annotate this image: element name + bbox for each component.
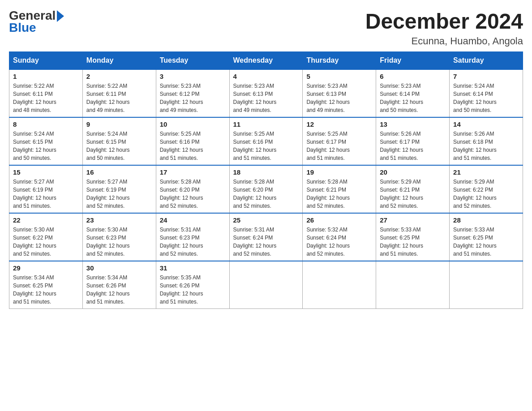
month-year-title: December 2024: [365, 9, 523, 34]
calendar-cell: [303, 261, 376, 309]
day-info: Sunrise: 5:32 AMSunset: 6:24 PMDaylight:…: [306, 226, 372, 258]
day-info: Sunrise: 5:23 AMSunset: 6:12 PMDaylight:…: [160, 82, 226, 114]
calendar-cell: 25 Sunrise: 5:31 AMSunset: 6:24 PMDaylig…: [229, 213, 303, 261]
calendar-cell: [376, 261, 450, 309]
day-info: Sunrise: 5:25 AMSunset: 6:17 PMDaylight:…: [306, 130, 372, 162]
day-info: Sunrise: 5:34 AMSunset: 6:26 PMDaylight:…: [86, 274, 152, 306]
calendar-cell: 13 Sunrise: 5:26 AMSunset: 6:17 PMDaylig…: [376, 117, 450, 165]
day-number: 19: [306, 168, 372, 176]
calendar-cell: 6 Sunrise: 5:23 AMSunset: 6:14 PMDayligh…: [376, 69, 450, 117]
day-number: 15: [13, 168, 79, 176]
day-info: Sunrise: 5:23 AMSunset: 6:13 PMDaylight:…: [306, 82, 372, 114]
day-number: 16: [86, 168, 152, 176]
day-info: Sunrise: 5:29 AMSunset: 6:21 PMDaylight:…: [380, 178, 446, 210]
day-info: Sunrise: 5:24 AMSunset: 6:15 PMDaylight:…: [13, 130, 79, 162]
day-info: Sunrise: 5:33 AMSunset: 6:25 PMDaylight:…: [380, 226, 446, 258]
day-number: 13: [380, 120, 446, 128]
calendar-cell: 8 Sunrise: 5:24 AMSunset: 6:15 PMDayligh…: [9, 117, 83, 165]
calendar-cell: 24 Sunrise: 5:31 AMSunset: 6:23 PMDaylig…: [156, 213, 229, 261]
location-subtitle: Ecunna, Huambo, Angola: [365, 35, 523, 47]
header-wednesday: Wednesday: [229, 52, 303, 70]
header-saturday: Saturday: [450, 52, 523, 70]
day-info: Sunrise: 5:26 AMSunset: 6:18 PMDaylight:…: [453, 130, 519, 162]
day-info: Sunrise: 5:33 AMSunset: 6:25 PMDaylight:…: [453, 226, 519, 258]
day-number: 1: [13, 73, 79, 80]
header-sunday: Sunday: [9, 52, 83, 70]
day-number: 22: [13, 216, 79, 224]
calendar-cell: 18 Sunrise: 5:28 AMSunset: 6:20 PMDaylig…: [229, 165, 303, 213]
day-number: 27: [380, 216, 446, 224]
logo-triangle-icon: [57, 10, 64, 22]
calendar-cell: 7 Sunrise: 5:24 AMSunset: 6:14 PMDayligh…: [450, 69, 523, 117]
calendar-cell: 10 Sunrise: 5:25 AMSunset: 6:16 PMDaylig…: [156, 117, 229, 165]
day-info: Sunrise: 5:24 AMSunset: 6:14 PMDaylight:…: [453, 82, 519, 114]
calendar-table: SundayMondayTuesdayWednesdayThursdayFrid…: [9, 51, 523, 309]
logo-blue-text: Blue: [9, 21, 64, 35]
calendar-cell: 5 Sunrise: 5:23 AMSunset: 6:13 PMDayligh…: [303, 69, 376, 117]
calendar-cell: 23 Sunrise: 5:30 AMSunset: 6:23 PMDaylig…: [82, 213, 156, 261]
calendar-cell: 27 Sunrise: 5:33 AMSunset: 6:25 PMDaylig…: [376, 213, 450, 261]
day-info: Sunrise: 5:22 AMSunset: 6:11 PMDaylight:…: [86, 82, 152, 114]
calendar-cell: 22 Sunrise: 5:30 AMSunset: 6:22 PMDaylig…: [9, 213, 83, 261]
day-info: Sunrise: 5:34 AMSunset: 6:25 PMDaylight:…: [13, 274, 79, 306]
calendar-cell: 16 Sunrise: 5:27 AMSunset: 6:19 PMDaylig…: [82, 165, 156, 213]
calendar-cell: 3 Sunrise: 5:23 AMSunset: 6:12 PMDayligh…: [156, 69, 229, 117]
logo: General Blue: [9, 9, 64, 35]
calendar-cell: 26 Sunrise: 5:32 AMSunset: 6:24 PMDaylig…: [303, 213, 376, 261]
calendar-cell: 12 Sunrise: 5:25 AMSunset: 6:17 PMDaylig…: [303, 117, 376, 165]
day-number: 18: [233, 168, 299, 176]
day-info: Sunrise: 5:23 AMSunset: 6:14 PMDaylight:…: [380, 82, 446, 114]
calendar-cell: 20 Sunrise: 5:29 AMSunset: 6:21 PMDaylig…: [376, 165, 450, 213]
header-monday: Monday: [82, 52, 156, 70]
calendar-cell: 30 Sunrise: 5:34 AMSunset: 6:26 PMDaylig…: [82, 261, 156, 309]
logo-wordmark: General Blue: [9, 9, 64, 35]
calendar-cell: 31 Sunrise: 5:35 AMSunset: 6:26 PMDaylig…: [156, 261, 229, 309]
title-section: December 2024 Ecunna, Huambo, Angola: [365, 9, 523, 47]
week-row-2: 8 Sunrise: 5:24 AMSunset: 6:15 PMDayligh…: [9, 117, 523, 165]
day-number: 28: [453, 216, 519, 224]
calendar-cell: 1 Sunrise: 5:22 AMSunset: 6:11 PMDayligh…: [9, 69, 83, 117]
page-header: General Blue December 2024 Ecunna, Huamb…: [9, 9, 523, 47]
day-number: 24: [160, 216, 226, 224]
day-number: 20: [380, 168, 446, 176]
calendar-cell: 14 Sunrise: 5:26 AMSunset: 6:18 PMDaylig…: [450, 117, 523, 165]
day-info: Sunrise: 5:35 AMSunset: 6:26 PMDaylight:…: [160, 274, 226, 306]
calendar-cell: 29 Sunrise: 5:34 AMSunset: 6:25 PMDaylig…: [9, 261, 83, 309]
day-number: 23: [86, 216, 152, 224]
day-info: Sunrise: 5:25 AMSunset: 6:16 PMDaylight:…: [233, 130, 299, 162]
week-row-4: 22 Sunrise: 5:30 AMSunset: 6:22 PMDaylig…: [9, 213, 523, 261]
day-number: 9: [86, 120, 152, 128]
day-info: Sunrise: 5:26 AMSunset: 6:17 PMDaylight:…: [380, 130, 446, 162]
day-info: Sunrise: 5:28 AMSunset: 6:20 PMDaylight:…: [233, 178, 299, 210]
day-number: 6: [380, 73, 446, 80]
day-info: Sunrise: 5:30 AMSunset: 6:23 PMDaylight:…: [86, 226, 152, 258]
calendar-cell: 15 Sunrise: 5:27 AMSunset: 6:19 PMDaylig…: [9, 165, 83, 213]
day-number: 14: [453, 120, 519, 128]
header-thursday: Thursday: [303, 52, 376, 70]
calendar-cell: 19 Sunrise: 5:28 AMSunset: 6:21 PMDaylig…: [303, 165, 376, 213]
calendar-cell: 28 Sunrise: 5:33 AMSunset: 6:25 PMDaylig…: [450, 213, 523, 261]
week-row-1: 1 Sunrise: 5:22 AMSunset: 6:11 PMDayligh…: [9, 69, 523, 117]
day-info: Sunrise: 5:28 AMSunset: 6:21 PMDaylight:…: [306, 178, 372, 210]
calendar-cell: [229, 261, 303, 309]
day-info: Sunrise: 5:30 AMSunset: 6:22 PMDaylight:…: [13, 226, 79, 258]
calendar-cell: [450, 261, 523, 309]
day-number: 7: [453, 73, 519, 80]
calendar-header-row: SundayMondayTuesdayWednesdayThursdayFrid…: [9, 52, 523, 70]
day-info: Sunrise: 5:29 AMSunset: 6:22 PMDaylight:…: [453, 178, 519, 210]
calendar-cell: 11 Sunrise: 5:25 AMSunset: 6:16 PMDaylig…: [229, 117, 303, 165]
calendar-cell: 2 Sunrise: 5:22 AMSunset: 6:11 PMDayligh…: [82, 69, 156, 117]
day-number: 17: [160, 168, 226, 176]
day-number: 11: [233, 120, 299, 128]
day-number: 8: [13, 120, 79, 128]
day-number: 26: [306, 216, 372, 224]
day-info: Sunrise: 5:22 AMSunset: 6:11 PMDaylight:…: [13, 82, 79, 114]
day-number: 29: [13, 264, 79, 272]
day-info: Sunrise: 5:31 AMSunset: 6:23 PMDaylight:…: [160, 226, 226, 258]
day-number: 5: [306, 73, 372, 80]
header-friday: Friday: [376, 52, 450, 70]
day-number: 12: [306, 120, 372, 128]
day-info: Sunrise: 5:24 AMSunset: 6:15 PMDaylight:…: [86, 130, 152, 162]
day-number: 25: [233, 216, 299, 224]
calendar-cell: 9 Sunrise: 5:24 AMSunset: 6:15 PMDayligh…: [82, 117, 156, 165]
